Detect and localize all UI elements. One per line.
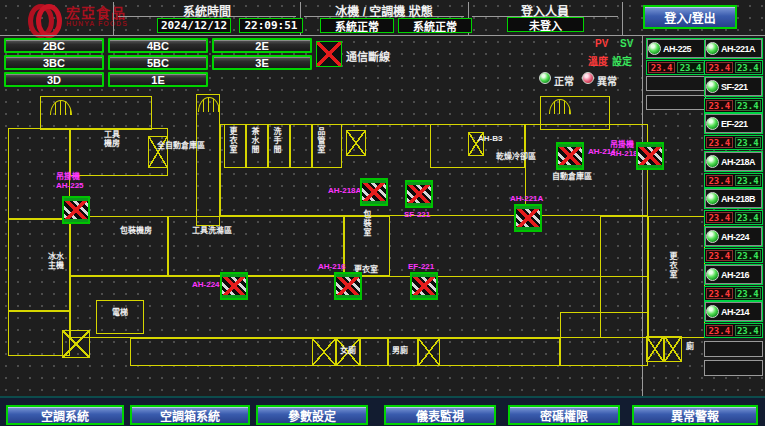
map-label: 更衣室 (668, 252, 677, 279)
map-label: 廁 (686, 342, 694, 351)
floor-button-2bc[interactable]: 2BC (4, 38, 104, 53)
map-label: 全自動倉庫區 (157, 141, 205, 150)
hunya-logo-icon (28, 4, 62, 32)
map-room (70, 216, 168, 276)
unit-name-label: AH-218B (721, 194, 755, 204)
header-divider (113, 2, 114, 35)
ahu-fault-icon[interactable] (556, 142, 584, 170)
map-label: 工具洗滌區 (192, 226, 232, 235)
login-logout-button[interactable]: 登入/登出 (643, 5, 737, 29)
map-label: AH-221A (510, 194, 543, 203)
unit-name-box[interactable]: AH-218B (704, 188, 763, 209)
chiller-status-value: 系統正常 (320, 18, 394, 33)
stair-x-room (418, 338, 440, 366)
nav-button-1[interactable]: 空調系統 (6, 405, 124, 425)
unit-name-box[interactable]: AH-225 (646, 38, 706, 59)
map-label: 工具 機房 (104, 130, 120, 148)
nav-button-4[interactable]: 儀表監視 (384, 405, 496, 425)
unit-name-box[interactable]: SF-221 (704, 76, 763, 97)
stair-x-room (312, 338, 336, 366)
hmi-screen: 宏亞食品 HUNYA FOODS 系統時間 冰機 / 空調機 狀態 登入人員 2… (0, 0, 765, 426)
unit-name-box[interactable]: AH-224 (704, 226, 763, 247)
nav-button-2[interactable]: 空調箱系統 (130, 405, 250, 425)
unit-name-box[interactable]: AH-214 (704, 301, 763, 322)
comm-fail-label: 通信斷線 (346, 48, 390, 64)
map-label: 電梯 (112, 308, 128, 317)
floor-button-5bc[interactable]: 5BC (108, 55, 208, 70)
unit-name-label: AH-221A (721, 44, 755, 54)
unit-values-box: 23.423.4 (646, 60, 706, 75)
empty-slot (646, 95, 706, 110)
floor-button-4bc[interactable]: 4BC (108, 38, 208, 53)
unit-pv-value: 23.4 (706, 62, 733, 73)
stair-x-room (62, 330, 90, 358)
legend-abnormal-label: 異常 (597, 73, 617, 88)
ahu-fault-icon[interactable] (514, 204, 542, 232)
map-label: 冰水 主機 (48, 252, 64, 270)
ahu-fault-icon[interactable] (360, 178, 388, 206)
unit-pv-value: 23.4 (648, 62, 675, 73)
nav-button-6[interactable]: 異常警報 (632, 405, 758, 425)
floor-button-3d[interactable]: 3D (4, 72, 104, 87)
comm-fail-icon (316, 41, 342, 67)
header-bottom-line (0, 35, 765, 36)
map-label: 洗手間 (272, 127, 281, 154)
unit-values-box: 23.423.4 (704, 210, 763, 225)
unit-name-label: AH-214 (721, 307, 749, 317)
system-time-label: 系統時間 (118, 2, 296, 19)
time-value: 22:09:51 (239, 18, 303, 33)
unit-sv-value: 23.4 (735, 212, 762, 223)
unit-pv-value: 23.4 (706, 325, 733, 336)
ahu-fault-icon[interactable] (405, 180, 433, 208)
ahu-status-value: 系統正常 (398, 18, 472, 33)
nav-button-5[interactable]: 密碼權限 (508, 405, 620, 425)
empty-slot (704, 360, 763, 376)
unit-name-box[interactable]: AH-218A (704, 151, 763, 172)
unit-pv-value: 23.4 (706, 175, 733, 186)
floor-button-1e[interactable]: 1E (108, 72, 208, 87)
map-label: 吊掛機 AH-225 (56, 172, 84, 190)
stair-x-room (346, 130, 366, 156)
map-label: 女廁 (340, 346, 356, 355)
legend-abnormal-led (582, 72, 594, 84)
floor-button-3e[interactable]: 3E (212, 55, 312, 70)
unit-values-box: 23.423.4 (704, 286, 763, 301)
floor-button-2e[interactable]: 2E (212, 38, 312, 53)
unit-pv-value: 23.4 (706, 212, 733, 223)
unit-name-box[interactable]: AH-216 (704, 264, 763, 285)
map-label: 更衣室 (228, 127, 237, 154)
unit-status-led (706, 117, 719, 130)
map-room (525, 124, 648, 216)
map-label: 包裝室 (362, 210, 371, 237)
ahu-fault-icon[interactable] (62, 196, 90, 224)
map-label: AH-224 (192, 280, 220, 289)
sv-col-label: 設定 (612, 53, 632, 68)
unit-status-led (706, 155, 719, 168)
unit-values-box: 23.423.4 (704, 98, 763, 113)
map-label: AH-216 (318, 262, 346, 271)
unit-sv-value: 23.4 (735, 100, 762, 111)
unit-name-label: SF-221 (721, 82, 748, 92)
map-room (290, 124, 312, 168)
unit-sv-value: 23.4 (735, 175, 762, 186)
ahu-fault-icon[interactable] (220, 272, 248, 300)
ahu-fault-icon[interactable] (334, 272, 362, 300)
unit-values-box: 23.423.4 (704, 135, 763, 150)
unit-sv-value: 23.4 (735, 325, 762, 336)
unit-pv-value: 23.4 (706, 250, 733, 261)
ahu-fault-icon[interactable] (410, 272, 438, 300)
unit-name-box[interactable]: EF-221 (704, 113, 763, 134)
unit-name-box[interactable]: AH-221A (704, 38, 763, 59)
ahu-fault-icon[interactable] (636, 142, 664, 170)
nav-button-3[interactable]: 參數設定 (256, 405, 368, 425)
map-label: EF-221 (408, 262, 434, 271)
unit-pv-value: 23.4 (706, 100, 733, 111)
unit-pv-value: 23.4 (706, 137, 733, 148)
floor-button-3bc[interactable]: 3BC (4, 55, 104, 70)
unit-pv-value: 23.4 (706, 288, 733, 299)
pv-col-label: 溫度 (588, 53, 608, 68)
unit-status-led (648, 42, 661, 55)
sv-label: SV (620, 38, 633, 49)
unit-name-label: AH-218A (721, 157, 755, 167)
stair-x-room (664, 336, 682, 362)
